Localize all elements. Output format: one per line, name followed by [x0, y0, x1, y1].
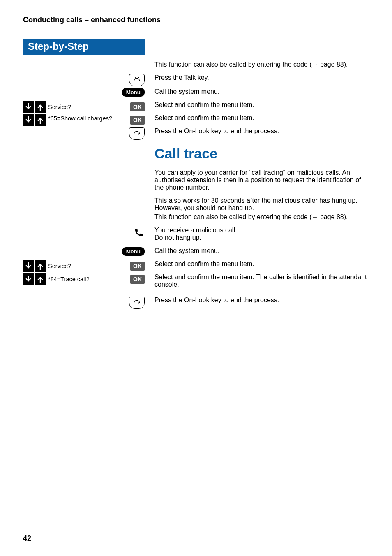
ok-button[interactable]: OK [130, 275, 145, 284]
section-title-call-trace: Call trace [154, 146, 371, 162]
press-onhook-1: Press the On-hook key to end the process… [154, 127, 371, 135]
ok-button[interactable]: OK [130, 116, 145, 125]
select-confirm-3: Select and confirm the menu item. [154, 260, 371, 268]
nav-down-icon[interactable] [23, 273, 34, 285]
call-trace-p2: This also works for 30 seconds after the… [154, 197, 371, 212]
menu-item-service: Service? [46, 101, 130, 113]
ct-p3-b: page 88). [318, 213, 348, 220]
talk-key-icon [129, 74, 145, 86]
ok-button[interactable]: OK [130, 262, 145, 271]
sidebar-title: Step-by-Step [23, 39, 145, 55]
call-trace-p3: This function can also be called by ente… [154, 213, 371, 221]
menu-item-trace-call: *84=Trace call? [46, 273, 130, 285]
running-header: Conducting calls – enhanced functions [23, 16, 371, 27]
nav-down-up[interactable] [23, 273, 46, 285]
nav-up-icon[interactable] [35, 260, 46, 272]
menu-item-show-charges: *65=Show call charges? [46, 114, 130, 126]
press-onhook-2: Press the On-hook key to end the process… [154, 297, 371, 304]
onhook-key-icon [129, 297, 145, 309]
nav-up-icon[interactable] [35, 114, 46, 126]
nav-up-icon[interactable] [35, 101, 46, 113]
nav-down-icon[interactable] [23, 101, 34, 113]
nav-down-icon[interactable] [23, 260, 34, 272]
onhook-key-icon [129, 127, 145, 140]
arrow-right-icon: → [311, 61, 318, 68]
intro-text-b: page 88). [318, 61, 348, 68]
ok-button[interactable]: OK [130, 102, 145, 111]
menu-item-service: Service? [46, 260, 130, 272]
receive-call-l2: Do not hang up. [154, 234, 201, 241]
intro-text-a: This function can also be called by ente… [154, 61, 311, 68]
page-number: 42 [23, 534, 31, 543]
call-menu-text-2: Call the system menu. [154, 247, 371, 255]
call-menu-text: Call the system menu. [154, 88, 371, 95]
call-trace-p1: You can apply to your carrier for "call … [154, 169, 371, 191]
arrow-right-icon: → [311, 213, 318, 220]
ct-p3-a: This function can also be called by ente… [154, 213, 311, 220]
nav-down-up[interactable] [23, 114, 46, 126]
nav-down-icon[interactable] [23, 114, 34, 126]
nav-down-up[interactable] [23, 101, 46, 113]
menu-softkey[interactable]: Menu [122, 88, 145, 97]
receive-call-l1: You receive a malicious call. [154, 227, 237, 234]
intro-paragraph: This function can also be called by ente… [154, 61, 371, 68]
handset-icon [133, 227, 145, 238]
receive-call-text: You receive a malicious call. Do not han… [154, 227, 371, 241]
select-confirm-trace: Select and confirm the menu item. The ca… [154, 273, 371, 288]
nav-down-up[interactable] [23, 260, 46, 272]
press-talk-text: Press the Talk key. [154, 74, 371, 81]
select-confirm-2: Select and confirm the menu item. [154, 114, 371, 122]
select-confirm-1: Select and confirm the menu item. [154, 101, 371, 109]
menu-softkey[interactable]: Menu [122, 247, 145, 256]
nav-up-icon[interactable] [35, 273, 46, 285]
